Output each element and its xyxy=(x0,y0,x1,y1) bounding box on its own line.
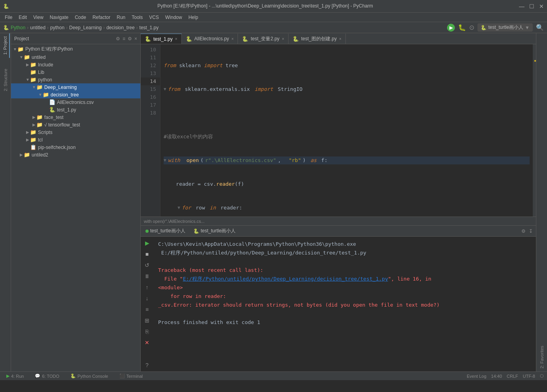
menu-tools[interactable]: Tools xyxy=(128,13,146,22)
tree-icon-11: 📁 xyxy=(30,129,36,135)
status-encoding[interactable]: UTF-8 xyxy=(523,374,535,379)
tree-item-9[interactable]: ▶ 📁 face_test xyxy=(11,113,140,121)
maximize-button[interactable]: ☐ xyxy=(529,3,534,9)
minimize-button[interactable]: — xyxy=(519,3,524,9)
tab-project[interactable]: 1: Project xyxy=(1,33,10,58)
tree-icon-7: 📄 xyxy=(49,99,55,105)
close-button[interactable]: ✕ xyxy=(539,3,544,9)
run-pause-button[interactable]: ⏸ xyxy=(142,271,152,281)
menu-edit[interactable]: Edit xyxy=(15,13,30,22)
menu-vcs[interactable]: VCS xyxy=(146,13,162,22)
line-num-13: 13 xyxy=(141,70,160,77)
line-num-18: 18 xyxy=(141,109,160,117)
tree-item-14[interactable]: ▶ 📁 untiled2 xyxy=(11,151,140,158)
breadcrumb-untitled[interactable]: untitled xyxy=(30,25,45,30)
status-bar-left: ▶ 4: Run 💬 6: TODO 🐍 Python Console ⬛ Te… xyxy=(3,372,146,381)
search-everywhere-button[interactable]: 🔍 xyxy=(536,24,544,31)
run-tab-2[interactable]: 🐍 test_turtle画小人 xyxy=(192,228,238,234)
menu-run[interactable]: Run xyxy=(113,13,128,22)
code-editor[interactable]: 10 11 12 13 14 15 16 17 18 from sklearn … xyxy=(141,44,536,217)
tree-icon-0: 📁 xyxy=(17,46,24,52)
sidebar-collapse-icon[interactable]: ≡ xyxy=(123,36,125,41)
tab-favorites-right[interactable]: 2: Favorites xyxy=(538,343,546,371)
tree-item-10[interactable]: ▶ 📁 √ tensorflow_test xyxy=(11,121,140,128)
tree-item-0[interactable]: ▼ 📁 Python E:\程序\Python xyxy=(11,45,140,53)
tree-icon-8: 🐍 xyxy=(49,107,55,113)
menu-window[interactable]: Window xyxy=(162,13,185,22)
run-button[interactable]: ▶ xyxy=(447,24,455,32)
sidebar-close-icon[interactable]: × xyxy=(134,36,137,41)
tree-arrow-4: ▼ xyxy=(25,77,30,82)
close-test-graph-icon[interactable]: × xyxy=(339,37,341,41)
output-line-1: C:\Users\Kevin\AppData\Local\Programs\Py… xyxy=(158,240,531,249)
code-breadcrumb: with open(r".\AllElectronics.cs... xyxy=(141,217,536,225)
run-minimize-icon[interactable]: ↧ xyxy=(529,228,533,234)
run-play-button[interactable]: ▶ xyxy=(142,238,152,248)
tree-item-8[interactable]: 🐍 test_1.py xyxy=(11,106,140,113)
breadcrumb-test1[interactable]: test_1.py xyxy=(140,25,159,30)
menu-help[interactable]: Help xyxy=(185,13,202,22)
menu-file[interactable]: File xyxy=(2,13,15,22)
breadcrumb-python2[interactable]: python xyxy=(50,25,64,30)
sidebar-settings-icon[interactable]: ⚙ xyxy=(116,36,120,41)
close-test-var2-icon[interactable]: × xyxy=(282,37,284,41)
tree-label-2: Include xyxy=(38,62,53,68)
debug-button[interactable]: 🐛 xyxy=(458,24,466,31)
status-terminal-tab[interactable]: ⬛ Terminal xyxy=(116,372,146,381)
tree-item-13[interactable]: 📋 pip-selfcheck.json xyxy=(11,143,140,151)
editor-area: 🐍 test_1.py × 🐍 AllElectronics.py × 🐍 te… xyxy=(141,33,536,371)
tab-allelectronics[interactable]: 🐍 AllElectronics.py × xyxy=(182,34,238,44)
run-stop-button[interactable]: ■ xyxy=(142,249,152,259)
run-config-selector[interactable]: 🐍 test_turtle画小人 ▼ xyxy=(477,23,533,32)
sidebar-gear-icon[interactable]: ⚙ xyxy=(128,36,132,41)
tree-item-3[interactable]: 📁 Lib xyxy=(11,68,140,76)
run-clear-button[interactable]: ✕ xyxy=(142,338,152,347)
run-down-button[interactable]: ↓ xyxy=(142,294,152,303)
breadcrumb-deep-learning[interactable]: Deep_Learning xyxy=(69,25,102,30)
traceback-link[interactable]: E:/程序/Python/untiled/python/Deep_Learnin… xyxy=(183,276,388,282)
tab-test1[interactable]: 🐍 test_1.py × xyxy=(141,34,182,44)
sidebar-icons: ⚙ ≡ ⚙ × xyxy=(116,36,137,41)
menu-refactor[interactable]: Refactor xyxy=(89,13,113,22)
run-wrap-button[interactable]: ≡ xyxy=(142,305,152,314)
breadcrumb-decision-tree[interactable]: decision_tree xyxy=(106,25,134,30)
menu-navigate[interactable]: Navigate xyxy=(47,13,72,22)
run-tab-1[interactable]: test_turtle画小人 xyxy=(144,228,187,234)
run-rerun-button[interactable]: ↺ xyxy=(142,260,152,270)
scroll-indicator[interactable] xyxy=(533,44,536,217)
event-log-link[interactable]: Event Log xyxy=(467,374,487,379)
tab-structure[interactable]: 2: Structure xyxy=(2,66,9,94)
editor-tab-bar: 🐍 test_1.py × 🐍 AllElectronics.py × 🐍 te… xyxy=(141,33,536,44)
tree-item-1[interactable]: ▼ 📁 untiled xyxy=(11,53,140,61)
code-content[interactable]: from sklearn import tree ▼from sklearn.e… xyxy=(160,44,533,217)
menu-view[interactable]: View xyxy=(30,13,47,22)
close-test1-icon[interactable]: × xyxy=(175,37,177,41)
run-filter-button[interactable]: ⊞ xyxy=(142,316,152,325)
run-help-button[interactable]: ? xyxy=(142,360,152,370)
tree-icon-4: 📁 xyxy=(30,77,36,83)
tree-item-4[interactable]: ▼ 📁 python xyxy=(11,76,140,83)
tree-item-5[interactable]: ▼ 📁 Deep_Learning xyxy=(11,83,140,91)
run-copy-button[interactable]: ⎘ xyxy=(142,327,152,336)
run-settings-icon[interactable]: ⚙ xyxy=(521,228,526,234)
tree-item-7[interactable]: 📄 AllElectronics.csv xyxy=(11,98,140,106)
tree-arrow-10: ▶ xyxy=(32,122,36,127)
tab-test-var2[interactable]: 🐍 test_变量2.py × xyxy=(238,34,289,44)
close-allelectronics-icon[interactable]: × xyxy=(232,37,234,41)
status-run-tab[interactable]: ▶ 4: Run xyxy=(3,372,27,381)
run-up-button[interactable]: ↑ xyxy=(142,283,152,292)
output-line-blank1 xyxy=(158,257,531,266)
menu-code[interactable]: Code xyxy=(72,13,89,22)
status-todo-tab[interactable]: 💬 6: TODO xyxy=(32,372,62,381)
tree-item-2[interactable]: ▶ 📁 Include xyxy=(11,61,140,68)
status-bar-right: Event Log 14:40 CRLF UTF-8 ⬡ xyxy=(467,373,544,379)
tree-label-13: pip-selfcheck.json xyxy=(38,145,75,150)
tree-item-12[interactable]: ▶ 📁 tcl xyxy=(11,136,140,143)
status-console-tab[interactable]: 🐍 Python Console xyxy=(67,372,111,381)
status-line-ending[interactable]: CRLF xyxy=(507,374,518,379)
tree-item-11[interactable]: ▶ 📁 Scripts xyxy=(11,128,140,136)
tree-item-6[interactable]: ▼ 📁 decision_tree xyxy=(11,91,140,98)
tab-test-graph[interactable]: 🐍 test_图的创建.py × xyxy=(289,34,346,44)
breadcrumb-python[interactable]: 🐍 Python xyxy=(3,25,25,30)
profile-button[interactable]: ⊙ xyxy=(469,24,474,31)
